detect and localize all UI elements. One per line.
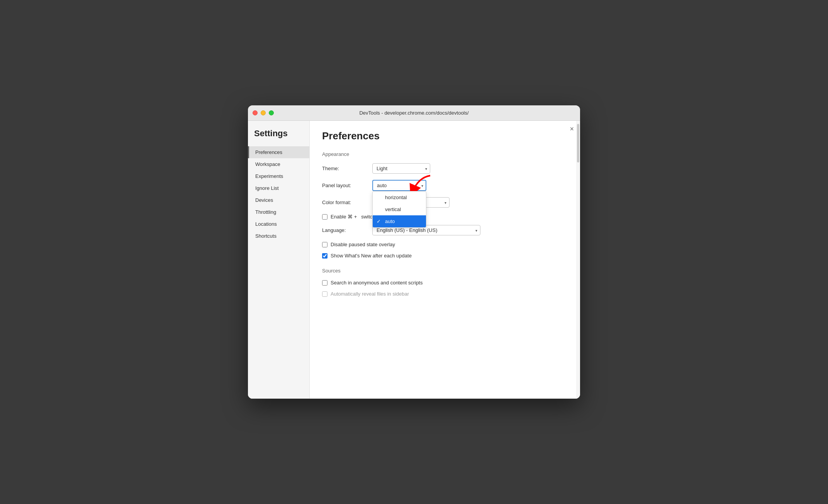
- maximize-button[interactable]: [269, 110, 274, 115]
- partial-label: Automatically reveal files in sidebar: [331, 291, 409, 297]
- dropdown-item-auto[interactable]: auto: [373, 215, 426, 227]
- disable-paused-checkbox[interactable]: [322, 242, 327, 247]
- panel-layout-select[interactable]: auto horizontal vertical: [372, 180, 426, 191]
- sidebar-item-workspace[interactable]: Workspace: [248, 158, 309, 170]
- language-row: Language: English (US) - English (US) ▾: [322, 225, 568, 235]
- devtools-window: DevTools - developer.chrome.com/docs/dev…: [248, 105, 580, 399]
- main-content: × Preferences Appearance Theme: Light Da…: [310, 121, 580, 399]
- search-anonymous-checkbox[interactable]: [322, 280, 327, 286]
- disable-paused-row: Disable paused state overlay: [322, 242, 568, 247]
- color-format-row: Color format: As authored ▾: [322, 197, 568, 208]
- dropdown-item-horizontal[interactable]: horizontal: [373, 191, 426, 203]
- sidebar-item-locations[interactable]: Locations: [248, 218, 309, 230]
- settings-close-button[interactable]: ×: [570, 125, 574, 132]
- sidebar-item-devices[interactable]: Devices: [248, 194, 309, 206]
- show-whats-new-label: Show What's New after each update: [331, 253, 412, 259]
- partial-row: Automatically reveal files in sidebar: [322, 291, 568, 297]
- sidebar-item-ignore-list[interactable]: Ignore List: [248, 182, 309, 194]
- scrollbar-track[interactable]: [576, 121, 580, 399]
- enable-shortcut-row: Enable ⌘ + switch panels: [322, 214, 568, 220]
- sidebar-item-shortcuts[interactable]: Shortcuts: [248, 230, 309, 242]
- enable-shortcut-checkbox[interactable]: [322, 214, 327, 220]
- language-label: Language:: [322, 227, 372, 233]
- theme-select-wrapper: Light Dark System preference ▾: [372, 163, 430, 174]
- search-anonymous-label: Search in anonymous and content scripts: [331, 280, 422, 286]
- search-anonymous-row: Search in anonymous and content scripts: [322, 280, 568, 286]
- window-body: Settings Preferences Workspace Experimen…: [248, 121, 580, 399]
- theme-row: Theme: Light Dark System preference ▾: [322, 163, 568, 174]
- color-format-label: Color format:: [322, 200, 372, 205]
- show-whats-new-row: Show What's New after each update: [322, 253, 568, 259]
- sidebar: Settings Preferences Workspace Experimen…: [248, 121, 310, 399]
- traffic-lights: [253, 110, 274, 115]
- scrollbar-thumb: [577, 124, 579, 162]
- sources-section-title: Sources: [322, 268, 568, 274]
- sidebar-heading: Settings: [248, 129, 309, 146]
- page-title: Preferences: [322, 130, 568, 142]
- sidebar-item-experiments[interactable]: Experiments: [248, 170, 309, 182]
- close-button-traffic[interactable]: [253, 110, 258, 115]
- titlebar: DevTools - developer.chrome.com/docs/dev…: [248, 105, 580, 121]
- partial-checkbox[interactable]: [322, 291, 327, 297]
- theme-label: Theme:: [322, 166, 372, 171]
- panel-layout-label: Panel layout:: [322, 183, 372, 188]
- sidebar-item-throttling[interactable]: Throttling: [248, 206, 309, 218]
- dropdown-item-vertical[interactable]: vertical: [373, 203, 426, 215]
- minimize-button[interactable]: [261, 110, 266, 115]
- disable-paused-label: Disable paused state overlay: [331, 242, 395, 247]
- panel-layout-dropdown: horizontal vertical auto: [372, 191, 426, 228]
- sidebar-item-preferences[interactable]: Preferences: [248, 146, 309, 158]
- theme-select[interactable]: Light Dark System preference: [372, 163, 430, 174]
- show-whats-new-checkbox[interactable]: [322, 253, 327, 259]
- window-title: DevTools - developer.chrome.com/docs/dev…: [359, 110, 468, 116]
- panel-layout-select-wrapper: auto horizontal vertical ▾ horizontal ve…: [372, 180, 426, 191]
- appearance-section-title: Appearance: [322, 151, 568, 157]
- panel-layout-row: Panel layout: auto horizontal vertical ▾…: [322, 180, 568, 191]
